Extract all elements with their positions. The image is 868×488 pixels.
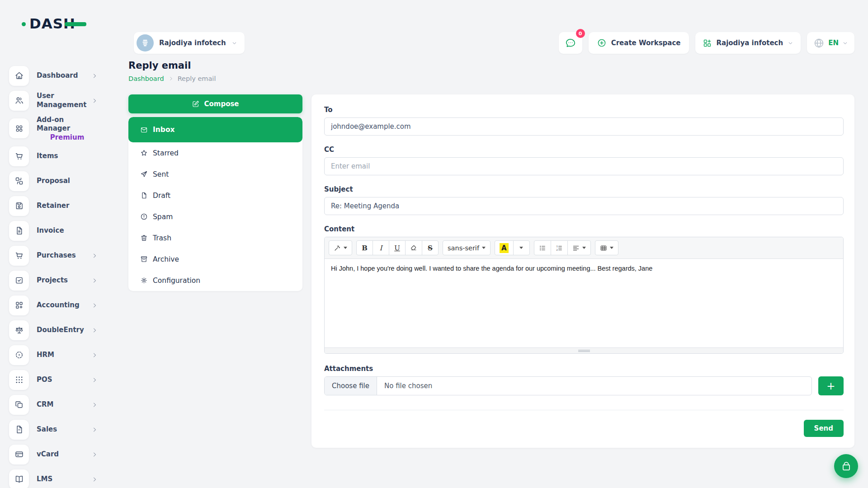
sidebar-menu: Dashboard User Management Add-on Manager… — [0, 63, 118, 488]
numbered-list-icon — [556, 244, 563, 252]
chevron-right-icon — [91, 352, 98, 358]
text-color-dropdown[interactable] — [513, 240, 530, 255]
bullet-list-button[interactable] — [534, 240, 551, 255]
folder-inbox[interactable]: Inbox — [128, 117, 302, 142]
cart-icon — [9, 246, 29, 266]
strikethrough-button[interactable]: S — [422, 240, 439, 255]
chevron-down-icon — [842, 40, 848, 46]
sidebar-item-accounting[interactable]: Accounting — [0, 293, 118, 318]
chevron-right-icon — [91, 302, 98, 309]
paragraph-align-dropdown[interactable] — [567, 240, 591, 255]
sidebar-item-hrm[interactable]: HRM — [0, 343, 118, 367]
caret-icon — [610, 247, 613, 249]
chevron-right-icon — [91, 277, 98, 284]
choose-file-button[interactable]: Choose file — [325, 377, 377, 395]
sidebar-item-lms[interactable]: LMS — [0, 467, 118, 488]
sidebar-item-doubleentry[interactable]: DoubleEntry — [0, 318, 118, 343]
chevron-right-icon — [91, 427, 98, 433]
sidebar-item-retainer[interactable]: Retainer — [0, 193, 118, 218]
clear-format-button[interactable] — [405, 240, 422, 255]
sidebar-item-purchases[interactable]: Purchases — [0, 243, 118, 268]
folder-trash[interactable]: Trash — [128, 227, 302, 249]
bold-button[interactable]: B — [356, 240, 373, 255]
subject-label: Subject — [324, 185, 844, 193]
swap-grid-icon — [9, 171, 29, 191]
magic-wand-icon — [334, 244, 341, 252]
send-row: Send — [324, 410, 844, 437]
target-icon — [9, 345, 29, 365]
sidebar-item-projects[interactable]: Projects — [0, 268, 118, 293]
archive-icon — [140, 255, 148, 263]
folder-archive[interactable]: Archive — [128, 249, 302, 270]
scales-icon — [9, 320, 29, 340]
chevron-right-icon — [91, 253, 98, 259]
file-input[interactable]: Choose file No file chosen — [324, 376, 812, 395]
folder-starred[interactable]: Starred — [128, 142, 302, 164]
editor-resize-bar[interactable] — [325, 347, 843, 353]
text-color-button[interactable]: A — [495, 240, 514, 255]
topbar-actions: 0 Create Workspace Rajodiya infotech EN — [559, 32, 854, 54]
folder-draft[interactable]: Draft — [128, 185, 302, 206]
sidebar-item-proposal[interactable]: Proposal — [0, 169, 118, 193]
sidebar-item-sales[interactable]: Sales — [0, 417, 118, 442]
store-fab-button[interactable] — [834, 454, 858, 478]
chevron-right-icon — [91, 327, 98, 333]
language-label: EN — [828, 39, 839, 47]
messages-button[interactable]: 0 — [559, 32, 582, 54]
rich-text-editor: B I U S sans-serif — [324, 237, 844, 354]
style-magic-button[interactable] — [329, 240, 352, 255]
attachments-label: Attachments — [324, 365, 844, 373]
create-workspace-button[interactable]: Create Workspace — [589, 32, 689, 54]
grid-add-icon — [703, 38, 712, 48]
sidebar-item-vcard[interactable]: vCard — [0, 442, 118, 467]
logo-dot — [22, 22, 26, 26]
language-selector[interactable]: EN — [807, 32, 854, 54]
breadcrumb: Dashboard Reply email — [128, 75, 854, 82]
cc-label: CC — [324, 145, 844, 154]
account-dropdown[interactable]: Rajodiya infotech — [695, 32, 801, 54]
credit-card-icon — [9, 445, 29, 465]
sidebar-item-crm[interactable]: CRM — [0, 392, 118, 417]
to-input[interactable] — [324, 117, 844, 136]
mail-folder-panel: Compose Inbox Starred Sent — [128, 94, 302, 291]
sidebar-item-items[interactable]: Items — [0, 144, 118, 169]
content-field-group: Content B I — [324, 225, 844, 354]
star-icon — [140, 149, 148, 157]
workspace-name: Rajodiya infotech — [159, 39, 226, 47]
folder-spam[interactable]: Spam — [128, 206, 302, 227]
sidebar-item-user-management[interactable]: User Management — [0, 88, 118, 113]
sidebar-item-dashboard[interactable]: Dashboard — [0, 63, 118, 88]
font-family-dropdown[interactable]: sans-serif — [443, 240, 491, 255]
numbered-list-button[interactable] — [551, 240, 568, 255]
reply-email-form: To CC Subject Content — [311, 94, 854, 448]
folder-configuration[interactable]: Configuration — [128, 270, 302, 291]
sidebar-item-addon-manager[interactable]: Add-on Manager Premium — [0, 113, 118, 144]
editor-content[interactable]: Hi John, I hope you're doing well. I wan… — [325, 259, 843, 347]
globe-icon — [813, 38, 825, 49]
subject-input[interactable] — [324, 197, 844, 215]
italic-button[interactable]: I — [373, 240, 389, 255]
compose-button[interactable]: Compose — [128, 94, 302, 113]
cc-input[interactable] — [324, 157, 844, 175]
sidebar-item-pos[interactable]: POS — [0, 367, 118, 392]
to-field-group: To — [324, 106, 844, 136]
workspace-selector[interactable]: Rajodiya infotech — [134, 32, 245, 54]
topbar: Rajodiya infotech 0 Create Workspace Raj… — [128, 32, 854, 54]
caret-icon — [519, 247, 523, 249]
chat-bubble-icon — [565, 37, 576, 49]
folder-sent[interactable]: Sent — [128, 164, 302, 185]
breadcrumb-dashboard-link[interactable]: Dashboard — [128, 75, 164, 82]
underline-button[interactable]: U — [389, 240, 406, 255]
trash-icon — [140, 234, 148, 242]
table-icon — [600, 244, 607, 252]
caret-icon — [582, 247, 586, 249]
content-row: Compose Inbox Starred Sent — [128, 94, 854, 448]
page-header: Reply email Dashboard Reply email — [128, 60, 854, 82]
brand-logo[interactable]: DASH — [22, 14, 103, 36]
add-attachment-button[interactable]: + — [818, 376, 844, 395]
compose-icon — [192, 100, 200, 108]
sidebar-item-invoice[interactable]: Invoice — [0, 218, 118, 243]
create-workspace-label: Create Workspace — [611, 39, 681, 47]
send-button[interactable]: Send — [804, 420, 844, 437]
table-dropdown[interactable] — [595, 240, 618, 255]
